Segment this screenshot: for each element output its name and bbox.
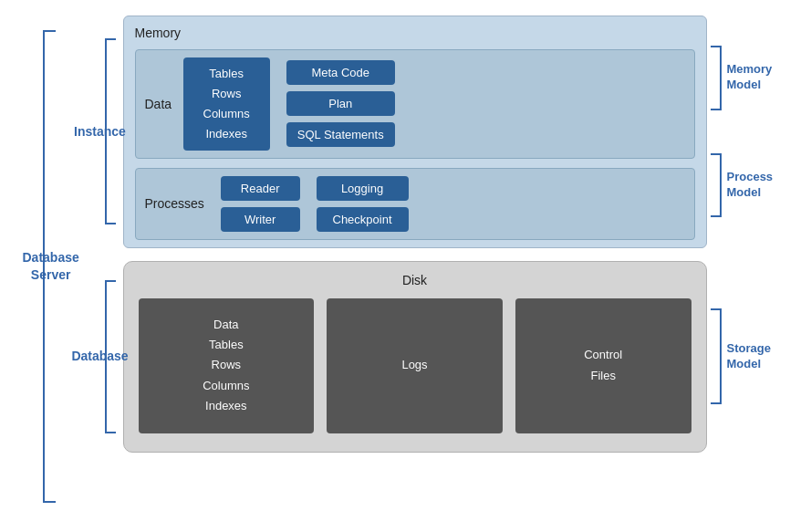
disk-data-item: Data Tables Rows Columns Indexes — [139, 298, 315, 433]
storage-model-label: StorageModel — [727, 341, 771, 372]
disk-title: Disk — [139, 273, 691, 287]
database-label: Database — [71, 348, 128, 364]
process-model-label: ProcessModel — [727, 170, 774, 201]
disk-box: Disk Data Tables Rows Columns Indexes Lo… — [123, 261, 707, 453]
disk-control-files-item: Control Files — [515, 298, 691, 433]
database-bracket: Database — [78, 261, 123, 453]
instance-label: Instance — [74, 123, 126, 140]
data-items-box: Tables Rows Columns Indexes — [183, 57, 270, 151]
sql-statements-btn: SQL Statements — [286, 122, 395, 147]
disk-logs-item: Logs — [327, 298, 503, 433]
memory-model-label: MemoryModel — [727, 62, 773, 93]
checkpoint-btn: Checkpoint — [317, 207, 409, 232]
instance-bracket: Instance — [78, 16, 123, 248]
memory-title: Memory — [135, 26, 695, 40]
right-labels-storage: StorageModel — [707, 261, 789, 453]
process-model-group: ProcessModel — [707, 131, 789, 239]
memory-model-group: MemoryModel — [707, 25, 789, 132]
db-server-label: DatabaseServer — [23, 249, 79, 282]
processes-sublabel: Processes — [145, 196, 204, 211]
memory-box: Memory Data Tables Rows Columns Indexes … — [123, 16, 707, 248]
reader-btn: Reader — [221, 176, 300, 201]
plan-btn: Plan — [286, 91, 395, 116]
db-server-bracket: DatabaseServer — [23, 30, 68, 503]
right-labels-memory: MemoryModel ProcessModel — [707, 16, 789, 248]
logging-btn: Logging — [317, 176, 409, 201]
data-sublabel: Data — [145, 97, 174, 111]
writer-btn: Writer — [221, 207, 300, 232]
diagram: DatabaseServer Instance Memory Data Tabl… — [23, 16, 789, 517]
instance-section: Instance Memory Data Tables Rows Columns… — [78, 16, 789, 248]
meta-code-btn: Meta Code — [286, 60, 395, 85]
database-section: Database Disk Data Tables Rows Columns I… — [78, 261, 789, 453]
